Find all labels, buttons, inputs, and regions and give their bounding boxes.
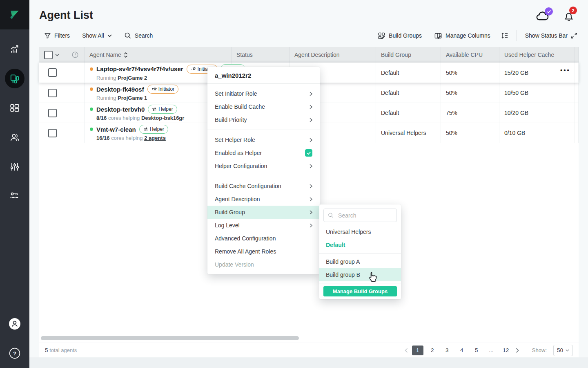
- page-button[interactable]: 1: [412, 346, 423, 355]
- sidebar-item-settings[interactable]: [0, 157, 29, 177]
- menu-item-agent-description[interactable]: Agent Description: [207, 193, 320, 206]
- show-label: Show:: [532, 347, 547, 353]
- cell-alert: [66, 63, 85, 83]
- helper-badge: Helper: [148, 105, 177, 114]
- build-groups-label: Build Groups: [389, 32, 422, 39]
- row-checkbox[interactable]: [48, 89, 57, 97]
- row-checkbox[interactable]: [48, 68, 57, 77]
- menu-item-update-version: Update Version: [207, 258, 320, 271]
- chevron-right-icon: [310, 105, 312, 109]
- submenu-search-box[interactable]: [323, 209, 397, 222]
- app-logo[interactable]: [0, 0, 29, 29]
- total-agents-label: 5 total agents: [45, 347, 77, 353]
- submenu-search-input[interactable]: [337, 212, 392, 219]
- question-icon: ?: [9, 348, 20, 359]
- menu-item-helper-configuration[interactable]: Helper Configuration: [207, 159, 320, 173]
- cell-build-group: Default: [376, 83, 441, 103]
- column-header-agent-description[interactable]: Agent Description: [290, 47, 376, 63]
- show-all-dropdown[interactable]: Show All: [82, 32, 112, 39]
- prev-page-button[interactable]: [404, 348, 409, 353]
- notifications-button[interactable]: 2: [564, 11, 574, 22]
- show-status-bar-button[interactable]: Show Status Bar: [525, 32, 577, 39]
- next-page-button[interactable]: [515, 348, 520, 353]
- manage-build-groups-button[interactable]: Manage Build Groups: [323, 286, 397, 296]
- chevron-right-icon: [310, 223, 312, 228]
- notification-count-badge: 2: [569, 7, 577, 14]
- agent-name: Desktop-fk49osf: [96, 86, 144, 93]
- help-button[interactable]: ?: [0, 343, 29, 363]
- menu-item-build-cache-configuration[interactable]: Build Cache Configuration: [207, 180, 320, 193]
- filter-funnel-icon: [44, 32, 51, 39]
- submenu-item-default-selected[interactable]: Default: [319, 238, 401, 251]
- sort-icon[interactable]: [124, 52, 128, 58]
- page-button[interactable]: 5: [471, 346, 482, 355]
- cell-alert: [66, 83, 85, 103]
- column-header-used-helper-cache[interactable]: Used Helper Cache: [499, 47, 575, 63]
- row-checkbox[interactable]: [48, 109, 57, 117]
- sidebar-item-dashboard[interactable]: [0, 39, 29, 59]
- page-size-select[interactable]: 50: [553, 345, 573, 356]
- column-header-available-cpu[interactable]: Available CPU: [441, 47, 499, 63]
- submenu-footer: Manage Build Groups: [319, 283, 401, 299]
- column-header-agent-name[interactable]: Agent Name: [85, 47, 232, 63]
- table-footer: 5 total agents 1 2 3 4 5 ... 12 Show: 50: [39, 343, 579, 357]
- page-button[interactable]: 3: [441, 346, 453, 355]
- sidebar-item-agents-active[interactable]: [0, 69, 29, 88]
- svg-text:?: ?: [13, 350, 16, 357]
- manage-columns-button[interactable]: Manage Columns: [434, 32, 490, 40]
- chevron-right-icon: [310, 164, 312, 168]
- column-header-build-group[interactable]: Build Group: [376, 47, 441, 63]
- helping-agents-link[interactable]: 2 agents: [144, 135, 166, 141]
- page-button[interactable]: 2: [427, 346, 438, 355]
- check-icon: [307, 151, 311, 155]
- column-header-status[interactable]: Status: [232, 47, 290, 63]
- page-button[interactable]: 12: [500, 346, 512, 355]
- agent-name-header-label: Agent Name: [89, 52, 121, 58]
- submenu-item-universal-helpers[interactable]: Universal Helpers: [319, 225, 401, 238]
- row-density-button[interactable]: [501, 32, 508, 39]
- cell-select: [39, 83, 66, 103]
- submenu-item-build-group-a[interactable]: Build group A: [319, 255, 401, 268]
- horizontal-scrollbar-thumb[interactable]: [41, 336, 299, 340]
- row-actions-kebab[interactable]: •••: [560, 67, 570, 74]
- status-dot-online: [90, 108, 93, 111]
- chevron-right-icon: [310, 197, 312, 202]
- menu-item-set-initiator-role[interactable]: Set Initiator Role: [207, 87, 320, 100]
- build-groups-button[interactable]: Build Groups: [378, 32, 422, 40]
- row-height-icon: [501, 32, 508, 39]
- enabled-as-helper-checkbox[interactable]: [305, 149, 312, 157]
- menu-item-enable-build-cache[interactable]: Enable Build Cache: [207, 100, 320, 113]
- sidebar-item-builds[interactable]: [0, 98, 29, 118]
- menu-item-set-helper-role[interactable]: Set Helper Role: [207, 133, 320, 146]
- show-all-label: Show All: [82, 32, 104, 39]
- user-avatar[interactable]: [0, 314, 29, 334]
- page-button[interactable]: 4: [456, 346, 468, 355]
- agents-icon: [9, 73, 20, 84]
- select-all-checkbox[interactable]: [44, 51, 53, 59]
- menu-item-advanced-configuration[interactable]: Advanced Configuration: [207, 232, 320, 245]
- chevron-down-icon[interactable]: [55, 54, 59, 56]
- chevron-right-icon: [310, 138, 312, 142]
- filters-button[interactable]: Filters: [44, 32, 70, 39]
- status-dot-busy: [90, 67, 93, 71]
- sidebar-item-users[interactable]: [0, 128, 29, 147]
- row-checkbox[interactable]: [48, 129, 57, 137]
- chevron-right-icon: [516, 348, 519, 353]
- select-all-header[interactable]: [39, 47, 66, 63]
- menu-item-build-group[interactable]: Build Group: [207, 206, 320, 219]
- key-icon: [9, 190, 20, 201]
- menu-item-build-priority[interactable]: Build Priority: [207, 113, 320, 126]
- sidebar: ?: [0, 0, 29, 368]
- helper-badge: Helper: [139, 125, 168, 134]
- cell-alert: [66, 123, 85, 143]
- cell-build-group: Default: [376, 63, 441, 83]
- menu-item-log-level[interactable]: Log Level: [207, 219, 320, 232]
- search-button[interactable]: Search: [124, 32, 153, 39]
- sidebar-item-licenses[interactable]: [0, 186, 29, 205]
- cell-spacer: [575, 123, 579, 143]
- menu-item-enabled-as-helper[interactable]: Enabled as Helper: [207, 146, 320, 159]
- submenu-item-build-group-b[interactable]: Build group B: [319, 268, 401, 281]
- cloud-status-button[interactable]: [536, 11, 550, 21]
- menu-item-remove-all-agent-roles[interactable]: Remove All Agent Roles: [207, 245, 320, 258]
- alerts-column-header: [66, 47, 85, 63]
